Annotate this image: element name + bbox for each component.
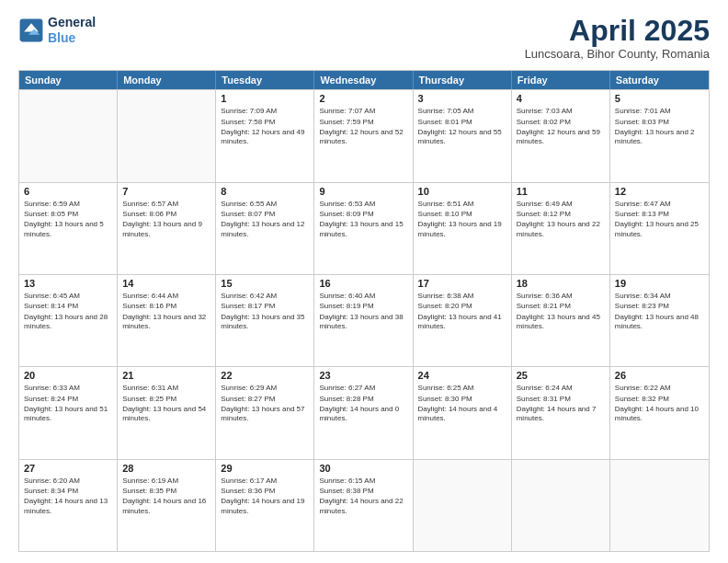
day-number: 25 bbox=[517, 370, 605, 381]
day-number: 12 bbox=[615, 186, 704, 197]
daylight-text: Daylight: 13 hours and 48 minutes. bbox=[615, 313, 704, 332]
day-number: 10 bbox=[418, 186, 506, 197]
sunset-text: Sunset: 7:58 PM bbox=[221, 118, 309, 127]
sunrise-text: Sunrise: 6:44 AM bbox=[122, 292, 210, 301]
sunset-text: Sunset: 7:59 PM bbox=[319, 118, 407, 127]
calendar-row-4: 27Sunrise: 6:20 AMSunset: 8:34 PMDayligh… bbox=[19, 459, 709, 551]
calendar-cell: 16Sunrise: 6:40 AMSunset: 8:19 PMDayligh… bbox=[314, 275, 413, 366]
calendar-cell: 1Sunrise: 7:09 AMSunset: 7:58 PMDaylight… bbox=[216, 90, 314, 181]
calendar-cell bbox=[118, 90, 216, 181]
sunset-text: Sunset: 8:17 PM bbox=[221, 302, 309, 311]
daylight-text: Daylight: 14 hours and 16 minutes. bbox=[122, 497, 210, 516]
calendar-cell: 30Sunrise: 6:15 AMSunset: 8:38 PMDayligh… bbox=[314, 460, 413, 551]
sunset-text: Sunset: 8:21 PM bbox=[517, 302, 605, 311]
daylight-text: Daylight: 12 hours and 55 minutes. bbox=[418, 128, 506, 147]
calendar-cell bbox=[414, 460, 512, 551]
header: General Blue April 2025 Luncsoara, Bihor… bbox=[18, 15, 710, 61]
sunrise-text: Sunrise: 7:01 AM bbox=[615, 107, 704, 116]
logo-text: General Blue bbox=[48, 15, 96, 46]
day-header-tuesday: Tuesday bbox=[216, 71, 314, 89]
subtitle: Luncsoara, Bihor County, Romania bbox=[525, 47, 710, 61]
sunset-text: Sunset: 8:20 PM bbox=[418, 302, 506, 311]
logo-line2: Blue bbox=[48, 30, 96, 46]
sunrise-text: Sunrise: 6:53 AM bbox=[319, 200, 407, 209]
calendar-cell: 13Sunrise: 6:45 AMSunset: 8:14 PMDayligh… bbox=[19, 275, 118, 366]
sunrise-text: Sunrise: 6:31 AM bbox=[122, 384, 210, 393]
sunrise-text: Sunrise: 6:36 AM bbox=[517, 292, 605, 301]
sunrise-text: Sunrise: 6:24 AM bbox=[517, 384, 605, 393]
sunrise-text: Sunrise: 7:05 AM bbox=[418, 107, 506, 116]
calendar-cell: 3Sunrise: 7:05 AMSunset: 8:01 PMDaylight… bbox=[414, 90, 512, 181]
day-number: 18 bbox=[517, 278, 605, 289]
day-number: 27 bbox=[24, 463, 112, 474]
sunrise-text: Sunrise: 6:38 AM bbox=[418, 292, 506, 301]
daylight-text: Daylight: 14 hours and 13 minutes. bbox=[24, 497, 112, 516]
day-number: 19 bbox=[615, 278, 704, 289]
sunset-text: Sunset: 8:12 PM bbox=[517, 210, 605, 219]
day-number: 7 bbox=[122, 186, 210, 197]
calendar-cell: 15Sunrise: 6:42 AMSunset: 8:17 PMDayligh… bbox=[216, 275, 314, 366]
calendar-cell: 8Sunrise: 6:55 AMSunset: 8:07 PMDaylight… bbox=[216, 183, 314, 274]
daylight-text: Daylight: 14 hours and 0 minutes. bbox=[319, 405, 407, 424]
daylight-text: Daylight: 13 hours and 41 minutes. bbox=[418, 313, 506, 332]
calendar-body: 1Sunrise: 7:09 AMSunset: 7:58 PMDaylight… bbox=[19, 89, 709, 551]
sunset-text: Sunset: 8:35 PM bbox=[122, 487, 210, 496]
daylight-text: Daylight: 12 hours and 49 minutes. bbox=[221, 128, 309, 147]
title-block: April 2025 Luncsoara, Bihor County, Roma… bbox=[525, 15, 710, 61]
sunset-text: Sunset: 8:19 PM bbox=[319, 302, 407, 311]
daylight-text: Daylight: 13 hours and 12 minutes. bbox=[221, 220, 309, 239]
sunrise-text: Sunrise: 6:20 AM bbox=[24, 477, 112, 486]
sunrise-text: Sunrise: 6:17 AM bbox=[221, 477, 309, 486]
calendar-cell bbox=[19, 90, 118, 181]
calendar-cell: 29Sunrise: 6:17 AMSunset: 8:36 PMDayligh… bbox=[216, 460, 314, 551]
calendar-cell: 24Sunrise: 6:25 AMSunset: 8:30 PMDayligh… bbox=[414, 367, 512, 458]
calendar-cell: 6Sunrise: 6:59 AMSunset: 8:05 PMDaylight… bbox=[19, 183, 118, 274]
sunrise-text: Sunrise: 6:29 AM bbox=[221, 384, 309, 393]
sunrise-text: Sunrise: 6:25 AM bbox=[418, 384, 506, 393]
day-number: 1 bbox=[221, 93, 309, 104]
calendar-row-0: 1Sunrise: 7:09 AMSunset: 7:58 PMDaylight… bbox=[19, 89, 709, 181]
daylight-text: Daylight: 13 hours and 38 minutes. bbox=[319, 313, 407, 332]
day-header-sunday: Sunday bbox=[19, 71, 118, 89]
daylight-text: Daylight: 13 hours and 25 minutes. bbox=[615, 220, 704, 239]
sunrise-text: Sunrise: 6:15 AM bbox=[319, 477, 407, 486]
calendar-cell: 10Sunrise: 6:51 AMSunset: 8:10 PMDayligh… bbox=[414, 183, 512, 274]
sunset-text: Sunset: 8:01 PM bbox=[418, 118, 506, 127]
sunrise-text: Sunrise: 6:47 AM bbox=[615, 200, 704, 209]
calendar-cell: 27Sunrise: 6:20 AMSunset: 8:34 PMDayligh… bbox=[19, 460, 118, 551]
day-number: 16 bbox=[319, 278, 407, 289]
main-title: April 2025 bbox=[525, 15, 710, 47]
day-number: 15 bbox=[221, 278, 309, 289]
daylight-text: Daylight: 13 hours and 19 minutes. bbox=[418, 220, 506, 239]
calendar-row-1: 6Sunrise: 6:59 AMSunset: 8:05 PMDaylight… bbox=[19, 182, 709, 274]
day-number: 11 bbox=[517, 186, 605, 197]
sunrise-text: Sunrise: 6:34 AM bbox=[615, 292, 704, 301]
sunset-text: Sunset: 8:23 PM bbox=[615, 302, 704, 311]
sunrise-text: Sunrise: 6:57 AM bbox=[122, 200, 210, 209]
daylight-text: Daylight: 13 hours and 2 minutes. bbox=[615, 128, 704, 147]
sunset-text: Sunset: 8:07 PM bbox=[221, 210, 309, 219]
page: General Blue April 2025 Luncsoara, Bihor… bbox=[0, 0, 728, 563]
day-number: 26 bbox=[615, 370, 704, 381]
day-number: 28 bbox=[122, 463, 210, 474]
calendar-cell: 22Sunrise: 6:29 AMSunset: 8:27 PMDayligh… bbox=[216, 367, 314, 458]
day-number: 9 bbox=[319, 186, 407, 197]
daylight-text: Daylight: 13 hours and 54 minutes. bbox=[122, 405, 210, 424]
logo-icon bbox=[18, 17, 44, 43]
calendar-cell: 12Sunrise: 6:47 AMSunset: 8:13 PMDayligh… bbox=[610, 183, 709, 274]
day-number: 8 bbox=[221, 186, 309, 197]
daylight-text: Daylight: 13 hours and 51 minutes. bbox=[24, 405, 112, 424]
daylight-text: Daylight: 14 hours and 7 minutes. bbox=[517, 405, 605, 424]
day-number: 24 bbox=[418, 370, 506, 381]
sunrise-text: Sunrise: 6:59 AM bbox=[24, 200, 112, 209]
calendar-cell: 2Sunrise: 7:07 AMSunset: 7:59 PMDaylight… bbox=[314, 90, 413, 181]
daylight-text: Daylight: 14 hours and 10 minutes. bbox=[615, 405, 704, 424]
calendar-cell: 5Sunrise: 7:01 AMSunset: 8:03 PMDaylight… bbox=[610, 90, 709, 181]
calendar-cell bbox=[610, 460, 709, 551]
calendar-cell bbox=[512, 460, 610, 551]
sunrise-text: Sunrise: 6:22 AM bbox=[615, 384, 704, 393]
sunrise-text: Sunrise: 6:19 AM bbox=[122, 477, 210, 486]
day-header-friday: Friday bbox=[512, 71, 610, 89]
calendar-cell: 23Sunrise: 6:27 AMSunset: 8:28 PMDayligh… bbox=[314, 367, 413, 458]
sunrise-text: Sunrise: 6:45 AM bbox=[24, 292, 112, 301]
